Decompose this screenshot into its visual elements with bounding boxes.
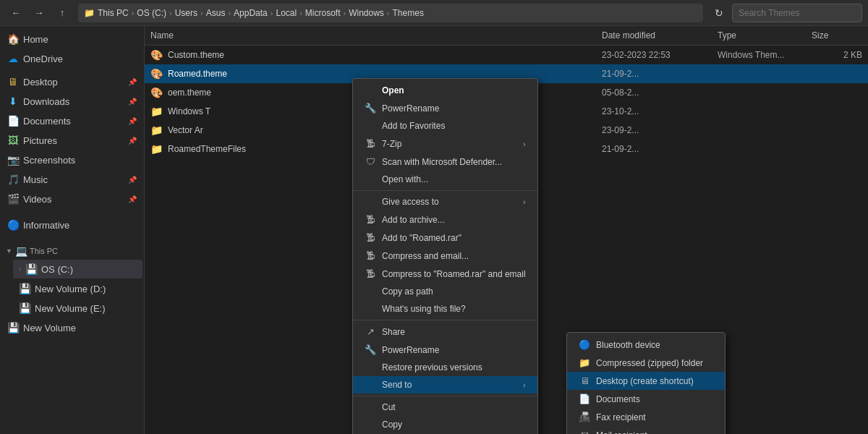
context-menu-divider: [353, 320, 537, 320]
sidebar-label-downloads: Downloads: [23, 96, 69, 107]
ctx-item-icon: 🗜: [365, 250, 376, 261]
submenu-item-icon: 📠: [579, 412, 590, 422]
thispc-label: This PC: [30, 247, 58, 255]
ctx-item-label: Open with...: [382, 174, 428, 184]
context-menu-item-restore_prev[interactable]: Restore previous versions: [353, 359, 537, 376]
thispc-section-header[interactable]: ▼ 💻 This PC: [0, 241, 144, 259]
sidebar-item-screenshots[interactable]: 📷 Screenshots: [1, 150, 142, 169]
context-menu-item-scan[interactable]: 🛡Scan with Microsoft Defender...: [353, 153, 537, 171]
context-menu-item-open_with[interactable]: Open with...: [353, 171, 537, 188]
sidebar-item-osc[interactable]: › 💾 OS (C:): [13, 260, 142, 278]
context-menu-item-add_rar[interactable]: 🗜Add to "Roamed.rar": [353, 229, 537, 247]
file-icon: 🎨: [150, 49, 163, 61]
sidebar-item-downloads[interactable]: ⬇ Downloads 📌: [1, 92, 142, 111]
sidebar-item-desktop[interactable]: 🖥 Desktop 📌: [1, 72, 142, 91]
context-menu-item-7zip[interactable]: 🗜7-Zip›: [353, 135, 537, 153]
submenu-item-fax[interactable]: 📠Fax recipient: [567, 408, 725, 426]
drive-e-icon: 💾: [19, 302, 30, 314]
sidebar-label-pictures: Pictures: [23, 135, 57, 146]
ctx-item-label: Cut: [382, 402, 396, 412]
context-menu-item-share[interactable]: ↗Share: [353, 323, 537, 341]
breadcrumb-item[interactable]: AppData: [234, 8, 268, 18]
breadcrumb-item[interactable]: Users: [175, 8, 197, 18]
titlebar: ← → ↑ 📁 This PC › OS (C:) › Users › Asus…: [0, 0, 868, 26]
ctx-item-label: PowerRename: [382, 103, 439, 114]
sidebar-item-newvolume[interactable]: 💾 New Volume: [1, 318, 142, 337]
submenu-item-mail[interactable]: ✉Mail recipient: [567, 426, 725, 434]
forward-button[interactable]: →: [29, 3, 49, 23]
context-menu-item-give_access[interactable]: Give access to›: [353, 193, 537, 210]
sidebar-item-informative[interactable]: 🔵 Informative: [1, 216, 142, 234]
context-menu-item-add_archive[interactable]: 🗜Add to archive...: [353, 210, 537, 229]
context-menu-divider: [353, 396, 537, 396]
breadcrumb-item[interactable]: OS (C:): [137, 8, 166, 18]
drive-c-icon: 💾: [25, 263, 37, 275]
sidebar-item-home[interactable]: 🏠 Home: [1, 30, 142, 48]
submenu-item-icon: ✉: [579, 430, 590, 434]
search-input[interactable]: [732, 4, 862, 22]
breadcrumb-item[interactable]: Asus: [206, 8, 226, 18]
col-header-size: Size: [812, 30, 862, 41]
context-menu-item-cut[interactable]: Cut: [353, 399, 537, 416]
onedrive-icon: ☁: [7, 53, 19, 64]
sidebar-item-music[interactable]: 🎵 Music 📌: [1, 170, 142, 189]
context-menu-item-add_favorites[interactable]: Add to Favorites: [353, 117, 537, 135]
back-button[interactable]: ←: [6, 3, 26, 23]
submenu-item-icon: 📄: [579, 393, 590, 404]
file-name: Custom.theme: [168, 50, 602, 60]
context-menu-item-open[interactable]: Open: [353, 82, 537, 99]
ctx-item-icon: 🗜: [365, 138, 376, 149]
table-row[interactable]: 🎨 Custom.theme 23-02-2023 22:53 Windows …: [145, 46, 868, 64]
file-date: 21-09-2...: [602, 144, 718, 154]
submenu-arrow-icon: ›: [523, 140, 526, 148]
ctx-item-label: Send to: [382, 380, 412, 390]
sidebar-item-onedrive[interactable]: ☁ OneDrive: [1, 49, 142, 68]
col-header-date: Date modified: [602, 30, 718, 41]
sidebar-item-pictures[interactable]: 🖼 Pictures 📌: [1, 131, 142, 150]
breadcrumb[interactable]: 📁 This PC › OS (C:) › Users › Asus › App…: [78, 4, 703, 22]
sidebar: 🏠 Home ☁ OneDrive 🖥 Desktop 📌 ⬇ Download…: [0, 26, 145, 434]
file-date: 21-09-2...: [602, 69, 718, 79]
submenu-item-label: Mail recipient: [596, 430, 647, 435]
breadcrumb-item[interactable]: Windows: [349, 8, 384, 18]
ctx-item-icon: 🔧: [365, 344, 376, 355]
context-menu-item-powerrename2[interactable]: 🔧PowerRename: [353, 341, 537, 359]
breadcrumb-item[interactable]: Local: [276, 8, 297, 18]
submenu-item-icon: 📁: [579, 357, 590, 368]
file-icon: 📁: [150, 106, 163, 117]
submenu-item-bluetooth[interactable]: 🔵Bluetooth device: [567, 336, 725, 354]
context-menu-item-copy_path[interactable]: Copy as path: [353, 283, 537, 300]
sidebar-item-newvole[interactable]: 💾 New Volume (E:): [13, 299, 142, 318]
ctx-item-label: Share: [382, 327, 405, 337]
context-menu-item-compress_rar_email[interactable]: 🗜Compress to "Roamed.rar" and email: [353, 265, 537, 283]
sidebar-item-videos[interactable]: 🎬 Videos 📌: [1, 190, 142, 208]
submenu-item-icon: 🖥: [579, 375, 590, 386]
expand-icon: ▼: [6, 247, 12, 255]
breadcrumb-item[interactable]: This PC: [98, 8, 129, 18]
ctx-item-icon: 🔧: [365, 103, 376, 114]
submenu-item-desktop_shortcut[interactable]: 🖥Desktop (create shortcut): [567, 372, 725, 390]
pin-icon-music: 📌: [128, 176, 137, 184]
sidebar-label-informative: Informative: [23, 220, 69, 231]
sidebar-item-newvold[interactable]: 💾 New Volume (D:): [13, 279, 142, 298]
context-menu-item-copy[interactable]: Copy: [353, 416, 537, 433]
breadcrumb-item[interactable]: Themes: [393, 8, 424, 18]
file-date: 05-08-2...: [602, 88, 718, 98]
context-menu-item-send_to[interactable]: Send to›: [353, 376, 537, 393]
sidebar-item-documents[interactable]: 📄 Documents 📌: [1, 111, 142, 130]
submenu-item-documents[interactable]: 📄Documents: [567, 390, 725, 408]
submenu-item-compressed[interactable]: 📁Compressed (zipped) folder: [567, 354, 725, 372]
breadcrumb-item[interactable]: Microsoft: [305, 8, 341, 18]
context-menu-item-whats_using[interactable]: What's using this file?: [353, 300, 537, 318]
ctx-item-label: PowerRename: [382, 345, 439, 355]
sidebar-label-desktop: Desktop: [23, 77, 58, 88]
ctx-item-icon: 🗜: [365, 232, 376, 243]
refresh-button[interactable]: ↻: [709, 3, 729, 23]
up-button[interactable]: ↑: [52, 3, 72, 23]
sidebar-label-newvole: New Volume (E:): [35, 303, 106, 314]
sidebar-label-documents: Documents: [23, 116, 71, 127]
videos-icon: 🎬: [7, 193, 19, 205]
context-menu-item-compress_email[interactable]: 🗜Compress and email...: [353, 247, 537, 265]
context-menu-item-powerrename1[interactable]: 🔧PowerRename: [353, 99, 537, 117]
context-menu-divider: [353, 190, 537, 191]
